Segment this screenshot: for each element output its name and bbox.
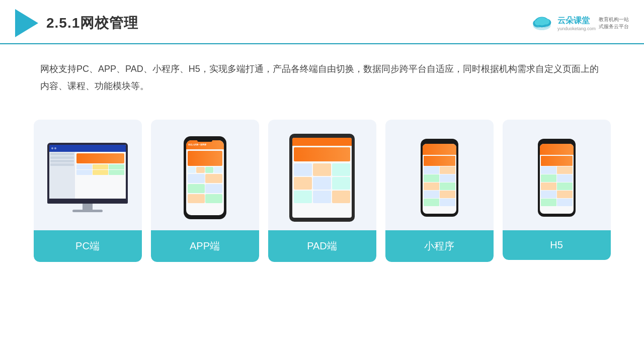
card-h5-label: H5 [503, 230, 611, 260]
header: 2.5.1网校管理 云朵课堂 yunduoketang.com 教育机构一站式服… [0, 0, 644, 44]
card-pad-label: PAD端 [268, 230, 376, 262]
phone-h5-icon [538, 139, 576, 217]
brand-logo: 云朵课堂 yunduoketang.com 教育机构一站式服务云平台 [529, 14, 629, 32]
svg-point-7 [535, 20, 541, 25]
svg-point-8 [542, 19, 549, 25]
card-miniprogram-image [385, 120, 494, 230]
card-miniprogram: 小程序 [385, 120, 494, 262]
header-left: 2.5.1网校管理 [15, 9, 138, 37]
card-h5: H5 [503, 120, 611, 260]
card-pc-label: PC端 [34, 230, 142, 262]
phone-app-icon: 职达人的第一堂网课 [184, 136, 226, 219]
card-pc-image [34, 120, 142, 230]
card-pad-image [268, 120, 376, 230]
cards-container: PC端 职达人的第一堂网课 [0, 110, 644, 272]
brand-name: 云朵课堂 [557, 16, 590, 26]
card-miniprogram-label: 小程序 [385, 230, 494, 262]
brand-url: yunduoketang.com [557, 26, 596, 31]
phone-miniprogram-icon [421, 139, 458, 217]
description-text: 网校支持PC、APP、PAD、小程序、H5，实现多端打通，产品各终端自由切换，数… [0, 44, 644, 105]
page-title: 2.5.1网校管理 [46, 14, 138, 33]
card-pad: PAD端 [268, 120, 376, 262]
brand-slogan: 教育机构一站式服务云平台 [599, 16, 629, 30]
logo-triangle-icon [15, 9, 38, 37]
card-app-image: 职达人的第一堂网课 [151, 120, 259, 230]
pc-monitor-icon [47, 143, 128, 212]
card-app-label: APP端 [151, 230, 259, 262]
card-h5-image [503, 120, 611, 230]
header-right: 云朵课堂 yunduoketang.com 教育机构一站式服务云平台 [529, 14, 629, 32]
card-pc: PC端 [34, 120, 142, 262]
card-app: 职达人的第一堂网课 [151, 120, 259, 262]
tablet-pad-icon [289, 134, 355, 222]
cloud-icon [529, 14, 554, 32]
brand-text: 云朵课堂 yunduoketang.com [557, 16, 596, 31]
